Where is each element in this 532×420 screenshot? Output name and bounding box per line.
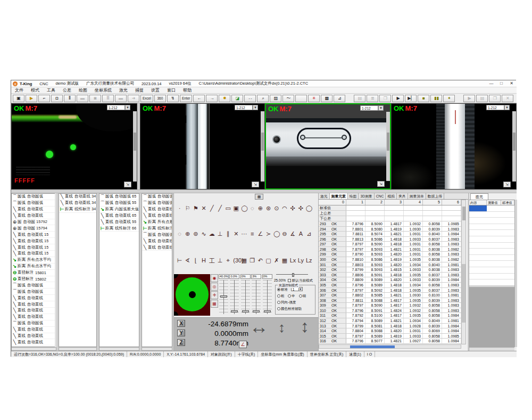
light-slider[interactable]: 0%	[240, 274, 251, 317]
measure-item[interactable]: ╲ 直线 自动直线	[12, 295, 56, 301]
col-header[interactable]: 标准值	[501, 200, 514, 205]
toolbar-button[interactable]: ◙	[89, 95, 101, 102]
camera-view-4[interactable]: OKM:7 1-212 ▼ ⇲	[391, 103, 517, 190]
tool-icon[interactable]: ⊢	[177, 257, 182, 265]
col-header[interactable]: 5	[423, 200, 442, 205]
tool-icon[interactable]: ≡	[250, 230, 255, 237]
tool-icon[interactable]: ✕	[233, 230, 239, 237]
col-header[interactable]: 2	[365, 200, 385, 205]
tool-icon[interactable]: ╱	[209, 205, 215, 212]
measure-item[interactable]: ╲ 直线 自动直线 15	[12, 244, 56, 251]
toolbar-button[interactable]: - -	[244, 95, 256, 102]
pan-icon[interactable]: ⇲	[377, 181, 385, 187]
menu-item[interactable]: 捕捉	[131, 87, 147, 94]
tool-icon[interactable]: ∡	[290, 230, 296, 237]
tab-drawing[interactable]: 绘图	[348, 193, 359, 199]
toolbar-button[interactable]: Ⅱ	[64, 95, 76, 102]
minimize-button[interactable]: —	[486, 80, 496, 87]
toolbar-button[interactable]: ◘	[51, 95, 63, 102]
jog-z-arrow-icon[interactable]: ↕	[301, 318, 309, 335]
close-button[interactable]: ✕	[506, 80, 517, 87]
tool-icon[interactable]: ◠	[281, 205, 287, 212]
measure-item[interactable]: ╲ 直线 自动直线 52	[142, 244, 172, 251]
toolbar-button[interactable]	[295, 95, 307, 102]
tool-icon[interactable]: A	[298, 230, 304, 237]
camera-range-combo[interactable]: 1-212	[107, 105, 125, 110]
menu-item[interactable]: 坐标系统	[91, 87, 115, 94]
tool-icon[interactable]: Ly	[298, 257, 304, 265]
toolbar-button[interactable]: ←	[193, 95, 205, 102]
ring-light-control[interactable]	[174, 274, 210, 316]
tab-fixture[interactable]: 夹具	[397, 193, 408, 199]
tab-elements[interactable]: 图元	[470, 193, 488, 200]
measure-item[interactable]: ╲ 直线 自动直线 34	[59, 200, 96, 207]
table-row[interactable]: 301OK 7.8803 8.5093 1.4820 1.0934 0.8040…	[319, 262, 461, 268]
radio-fine[interactable]	[299, 294, 302, 298]
table-row[interactable]: 307OK 7.8802 8.5085 1.4821 1.0930 0.8100…	[319, 293, 461, 298]
col-header[interactable]: 6	[442, 200, 461, 205]
measure-item[interactable]: ╲ 直线 自动直线 55	[142, 238, 172, 244]
tool-icon[interactable]: ◯	[273, 230, 279, 237]
measure-item[interactable]: ╲ 直线 自动直线	[12, 314, 56, 320]
measure-item[interactable]: ⊢ 距离 线性标注 66	[99, 225, 139, 232]
tool-icon[interactable]: ⊖	[281, 230, 287, 237]
toolbar-button[interactable]: ➜	[128, 95, 139, 102]
camera-range-combo[interactable]: 1-212	[360, 105, 378, 111]
table-row[interactable]: 316OK 7.8796 8.5077 1.4821 1.0927 0.8058…	[319, 339, 461, 344]
slider-thumb[interactable]	[220, 295, 227, 298]
tool-icon[interactable]: ∠	[257, 230, 263, 237]
toolbar-button[interactable]: ▶	[463, 95, 475, 102]
measure-item[interactable]: ↘ 距离 内圆弧最大值	[99, 207, 139, 213]
palette-mode-button[interactable]: ▦	[255, 194, 263, 200]
menu-item[interactable]: 公差	[59, 87, 75, 94]
radio-direction[interactable]	[277, 301, 280, 304]
toolbar-button[interactable]: ▬	[77, 95, 88, 102]
table-row[interactable]: 315OK 7.8797 8.5089 1.4819 1.0933 0.8058…	[319, 334, 461, 339]
tool-icon[interactable]: ⊜	[193, 230, 198, 237]
col-header[interactable]: 0	[319, 200, 346, 205]
light-slider[interactable]: 40.0%	[219, 274, 229, 317]
tool-icon[interactable]: Lz	[306, 257, 312, 265]
measure-item[interactable]: ╲ 直线 自动直线 65	[99, 213, 139, 219]
tool-icon[interactable]: ⌖	[225, 257, 231, 265]
tool-icon[interactable]: ✣	[290, 205, 296, 212]
tab-cnc[interactable]: CNC	[375, 193, 386, 199]
camera-view-2[interactable]: OKM:7 1-212 ▼ ⇲	[140, 103, 265, 190]
pan-icon[interactable]: ⇲	[252, 182, 259, 187]
menu-item[interactable]: 工具	[43, 87, 59, 94]
tool-icon[interactable]: ⊕	[185, 230, 190, 237]
tool-icon[interactable]: ◯	[242, 205, 247, 212]
toolbar-button[interactable]: ⊿	[334, 95, 345, 102]
menu-item[interactable]: 设置	[147, 87, 163, 94]
toolbar-button[interactable]: ❒	[379, 95, 391, 102]
table-row[interactable]: 306OK 7.8797 8.5092 1.4818 1.0935 0.8037…	[319, 288, 461, 293]
tool-icon[interactable]: ⚐	[185, 205, 190, 212]
camera-range-combo[interactable]: 1-212	[486, 105, 504, 110]
pan-icon[interactable]: ⇲	[124, 182, 131, 187]
tool-icon[interactable]: ·	[177, 205, 182, 212]
default-mode-checkbox[interactable]	[288, 279, 291, 282]
toolbar-button[interactable]: ✳	[308, 95, 320, 102]
table-vscrollbar[interactable]	[461, 200, 466, 344]
light-mode-button[interactable]: ◎	[211, 283, 218, 291]
tool-icon[interactable]: ∿	[201, 230, 207, 237]
camera-hscrollbar[interactable]	[11, 190, 517, 193]
toolbar-button[interactable]: ▶	[26, 95, 37, 102]
table-row[interactable]: 294OK 7.8801 8.5080 1.4819 1.0930 0.8039…	[319, 227, 461, 232]
toolbar-button[interactable]: ❒	[489, 95, 501, 102]
slider-thumb[interactable]	[231, 310, 238, 312]
tool-icon[interactable]: ⊥	[217, 257, 223, 265]
measure-item[interactable]: ↘ 距离 所有点水平均	[12, 263, 56, 270]
list-hscrollbar[interactable]	[59, 347, 97, 351]
combo-arrow-icon[interactable]: ▼	[378, 105, 384, 111]
tool-icon[interactable]: ✗	[273, 257, 279, 265]
measure-item[interactable]: ╲ 直线 自动直线	[12, 207, 56, 213]
tool-icon[interactable]: ∢	[185, 257, 190, 265]
toolbar-button[interactable]: ◪	[231, 95, 243, 102]
toolbar-button[interactable]: ✦	[443, 95, 455, 102]
measure-item[interactable]: ⊖ 直径标注 15802	[12, 276, 56, 283]
tool-icon[interactable]: ❐	[250, 257, 255, 265]
radio-coarse[interactable]	[277, 294, 280, 298]
toolbar-button[interactable]: Ⅲ	[102, 95, 114, 102]
toolbar-button[interactable]: ↯	[167, 95, 179, 102]
